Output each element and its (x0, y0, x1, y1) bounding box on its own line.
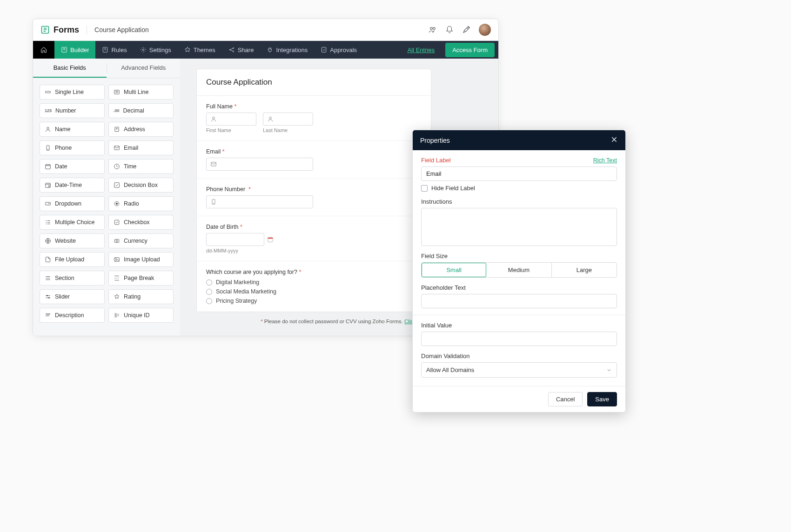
tools-icon[interactable] (462, 26, 470, 34)
name-icon (45, 126, 51, 133)
field-tile-address[interactable]: Address (108, 122, 174, 137)
field-tile-decimal[interactable]: .00Decimal (108, 103, 174, 118)
field-tile-multichoice[interactable]: Multiple Choice (40, 215, 105, 230)
field-tile-label: Currency (124, 238, 147, 244)
field-tile-pagebreak[interactable]: Page Break (108, 271, 174, 286)
field-tile-decision[interactable]: Decision Box (108, 178, 174, 193)
svg-point-1 (430, 27, 433, 30)
input-field-label[interactable] (421, 166, 617, 181)
section-fullname[interactable]: Full Name * First Name Last Name (197, 96, 431, 141)
radio-icon (114, 200, 120, 207)
radio-dot (206, 289, 212, 295)
checkbox-hide-label[interactable] (421, 185, 428, 192)
radio-option[interactable]: Social Media Marketing (206, 288, 422, 295)
size-medium[interactable]: Medium (486, 263, 551, 277)
radio-dot (206, 279, 212, 286)
nav-rules[interactable]: Rules (95, 41, 133, 59)
nav-integrations[interactable]: Integrations (260, 41, 314, 59)
svg-rect-9 (322, 47, 326, 53)
field-tile-label: Time (124, 163, 136, 170)
nav-settings[interactable]: Settings (134, 41, 178, 59)
section-phone[interactable]: Phone Number * (197, 179, 431, 216)
radio-option[interactable]: Digital Marketing (206, 279, 422, 286)
rating-icon (114, 293, 120, 300)
nav-builder[interactable]: Builder (54, 41, 95, 59)
field-tile-single-line[interactable]: Single Line (40, 85, 105, 100)
nav-approvals[interactable]: Approvals (314, 41, 363, 59)
field-tile-imageupload[interactable]: Image Upload (108, 252, 174, 267)
tab-advanced-fields[interactable]: Advanced Fields (107, 59, 181, 78)
field-tile-email[interactable]: Email (108, 140, 174, 155)
field-tile-rating[interactable]: Rating (108, 289, 174, 304)
field-tile-label: Decimal (123, 107, 144, 114)
input-dob[interactable] (206, 233, 264, 246)
field-tile-fileupload[interactable]: File Upload (40, 252, 105, 267)
svg-rect-23 (46, 202, 51, 205)
calendar-icon[interactable] (267, 236, 274, 243)
home-icon (40, 47, 47, 53)
label-hide-field-label: Hide Field Label (431, 185, 475, 192)
size-small[interactable]: Small (422, 263, 486, 277)
field-tile-phone[interactable]: Phone (40, 140, 105, 155)
field-tile-datetime[interactable]: Date-Time (40, 178, 105, 193)
pagebreak-icon (114, 275, 120, 281)
nav-home[interactable] (33, 41, 54, 59)
svg-rect-30 (114, 258, 120, 261)
field-tile-date[interactable]: Date (40, 159, 105, 174)
section-email[interactable]: Email * (197, 141, 431, 179)
single-line-icon (45, 89, 51, 95)
size-large[interactable]: Large (552, 263, 617, 277)
field-grid: Single LineMulti Line123Number.00Decimal… (33, 78, 180, 329)
bell-icon[interactable] (445, 26, 454, 34)
avatar[interactable] (479, 24, 491, 36)
input-initial-value[interactable] (421, 332, 617, 346)
field-tile-description[interactable]: Description (40, 308, 105, 323)
users-icon[interactable] (429, 26, 437, 34)
field-tile-label: Date-Time (55, 182, 82, 188)
field-tile-section[interactable]: Section (40, 271, 105, 286)
rules-icon (102, 47, 108, 53)
field-tile-checkbox[interactable]: Checkbox (108, 215, 174, 230)
input-instructions[interactable] (421, 208, 617, 246)
checkbox-icon (114, 219, 120, 226)
all-entries-link[interactable]: All Entries (408, 47, 442, 53)
section-icon (45, 275, 51, 281)
field-tile-uniqueid[interactable]: Unique ID (108, 308, 174, 323)
label-instructions: Instructions (421, 198, 617, 205)
input-lastname[interactable] (263, 113, 313, 126)
access-form-button[interactable]: Access Form (445, 43, 495, 57)
field-tile-time[interactable]: Time (108, 159, 174, 174)
field-tile-website[interactable]: Website (40, 233, 105, 248)
cancel-button[interactable]: Cancel (548, 392, 583, 406)
section-course[interactable]: Which course are you applying for? * Dig… (197, 261, 431, 312)
close-icon[interactable] (610, 136, 618, 145)
field-tile-label: Website (55, 238, 76, 244)
field-tile-number[interactable]: 123Number (40, 103, 105, 118)
svg-rect-11 (114, 90, 120, 94)
radio-option[interactable]: Pricing Strategy (206, 298, 422, 304)
decision-icon (114, 182, 120, 188)
svg-point-21 (48, 186, 50, 187)
tab-basic-fields[interactable]: Basic Fields (33, 59, 107, 78)
input-placeholder[interactable] (421, 294, 617, 308)
input-phone[interactable] (206, 195, 313, 208)
field-tile-dropdown[interactable]: Dropdown (40, 196, 105, 211)
field-tile-slider[interactable]: Slider (40, 289, 105, 304)
nav-share[interactable]: Share (222, 41, 261, 59)
rich-text-link[interactable]: Rich Text (593, 157, 617, 164)
required-star: * (234, 103, 236, 110)
field-tile-radio[interactable]: Radio (108, 196, 174, 211)
save-button[interactable]: Save (587, 392, 617, 406)
slider-icon (45, 293, 51, 300)
section-dob[interactable]: Date of Birth * dd-MMM-yyyy (197, 216, 431, 261)
input-firstname[interactable] (206, 113, 256, 126)
select-domain-validation[interactable]: Allow All Domains (421, 362, 617, 378)
logo[interactable]: Forms (40, 25, 87, 35)
input-email[interactable] (206, 158, 313, 171)
field-tile-name[interactable]: Name (40, 122, 105, 137)
sublabel-lastname: Last Name (263, 127, 313, 133)
field-tile-currency[interactable]: Currency (108, 233, 174, 248)
approvals-icon (321, 47, 327, 53)
nav-themes[interactable]: Themes (178, 41, 222, 59)
field-tile-multi-line[interactable]: Multi Line (108, 85, 174, 100)
